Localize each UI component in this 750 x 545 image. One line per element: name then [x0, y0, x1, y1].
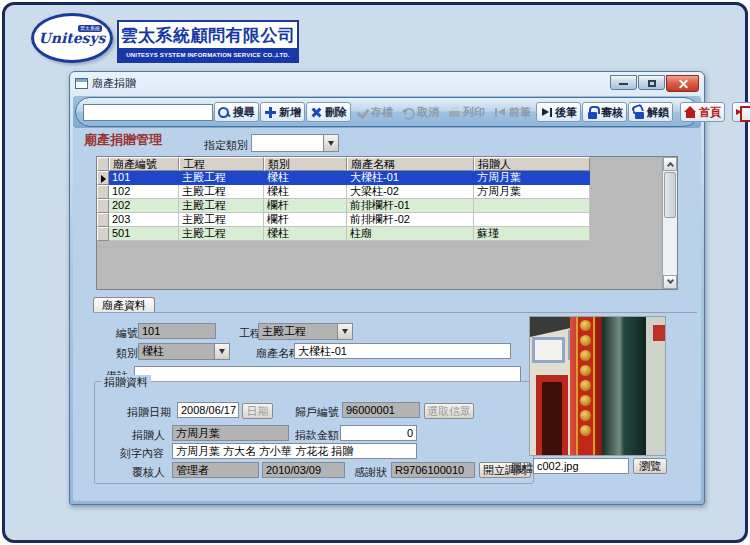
home-button[interactable]: 首頁 — [680, 102, 725, 122]
page-frame: Unitesys 雲太系統 雲太系統顧問有限公司 UNITESYS SYSTEM… — [2, 2, 748, 543]
donation-group-label: 捐贈資料 — [101, 375, 151, 390]
company-logo: Unitesys 雲太系統 — [31, 13, 113, 63]
table-row[interactable]: 102 主殿工程 樑柱 大梁柱-02 方周月葉 — [97, 185, 590, 199]
window-content: 廟產捐贈管理 指定類別 廟產編號 工程 類別 廟產名稱 捐贈人 — [73, 128, 701, 501]
category-combobox[interactable]: 樑柱 — [138, 343, 230, 360]
image-file-field[interactable]: c002.jpg — [533, 458, 629, 474]
chevron-down-icon[interactable] — [337, 324, 352, 339]
donation-table: 廟產編號 工程 類別 廟產名稱 捐贈人 101 主殿工程 樑柱 大樑柱-01 方… — [96, 156, 678, 290]
company-banner: 雲太系統顧問有限公司 UNITESYS SYSTEM INFORMATION S… — [117, 20, 299, 63]
property-photo — [529, 316, 666, 456]
screen: Unitesys 雲太系統 雲太系統顧問有限公司 UNITESYS SYSTEM… — [0, 0, 750, 545]
lock-icon — [586, 106, 599, 119]
account-label: 歸戶編號 — [295, 405, 339, 420]
reviewer-field: 管理者 — [172, 462, 259, 478]
col-header-name[interactable]: 廟產名稱 — [347, 157, 474, 171]
inscription-field[interactable]: 方周月葉 方大名 方小華 方花花 捐贈 — [172, 443, 417, 459]
maximize-button[interactable] — [638, 75, 665, 90]
search-icon — [218, 106, 231, 119]
undo-icon — [402, 106, 415, 119]
window-icon — [75, 78, 88, 89]
select-believer-button: 選取信眾 — [424, 403, 474, 419]
table-row[interactable]: 101 主殿工程 樑柱 大樑柱-01 方周月葉 — [97, 171, 590, 185]
photo-green-pillar — [602, 317, 646, 456]
chevron-up-icon — [667, 162, 674, 169]
toolbar: 搜尋 新增 刪除 存檔 取消 列印 — [75, 97, 699, 127]
reviewer-label: 覆核人 — [132, 465, 165, 480]
delete-button[interactable]: 刪除 — [306, 102, 351, 122]
previous-icon — [494, 106, 507, 119]
photo-window — [532, 337, 565, 363]
scroll-down-button[interactable] — [663, 275, 677, 289]
audit-button[interactable]: 審核 — [582, 102, 627, 122]
col-header-donor[interactable]: 捐贈人 — [474, 157, 590, 171]
scrollbar-thumb[interactable] — [664, 172, 676, 218]
next-record-button[interactable]: 後筆 — [536, 102, 581, 122]
minimize-icon — [619, 83, 628, 85]
print-button: 列印 — [444, 102, 489, 122]
amount-label: 捐款金額 — [295, 428, 339, 443]
search-input[interactable] — [83, 104, 213, 121]
chevron-down-icon[interactable] — [323, 135, 338, 151]
close-button[interactable] — [666, 75, 699, 92]
col-header-id[interactable]: 廟產編號 — [109, 157, 179, 171]
filter-combobox[interactable] — [251, 134, 339, 152]
certificate-label: 感謝狀 — [354, 465, 387, 480]
cancel-button: 取消 — [398, 102, 443, 122]
window-controls — [610, 75, 699, 92]
inscription-label: 刻字內容 — [120, 446, 164, 461]
x-icon — [310, 106, 323, 119]
col-header-project[interactable]: 工程 — [179, 157, 264, 171]
row-indicator-icon — [101, 175, 106, 183]
photo-wall — [646, 317, 666, 456]
company-name-en: UNITESYS SYSTEM INFORMATION SERVICE CO.,… — [119, 48, 297, 61]
page-title: 廟產捐贈管理 — [84, 131, 162, 149]
table-row[interactable]: 203 主殿工程 欄杆 前排欄杆-02 — [97, 213, 590, 227]
browse-button[interactable]: 瀏覽 — [633, 458, 667, 474]
table-row[interactable]: 501 主殿工程 樑柱 柱廟 蘇瑾 — [97, 227, 590, 241]
maximize-icon — [648, 80, 656, 87]
project-combobox[interactable]: 主殿工程 — [258, 323, 353, 340]
certificate-field: R9706100010 — [391, 462, 475, 478]
tab-property-detail[interactable]: 廟產資料 — [93, 297, 155, 313]
amount-field[interactable]: 0 — [340, 425, 417, 441]
photo-gold-banner — [576, 317, 595, 456]
note-field[interactable] — [134, 366, 521, 382]
donation-date-label: 捐贈日期 — [127, 405, 171, 420]
tab-strip-line — [93, 312, 697, 313]
chevron-down-icon — [667, 277, 674, 284]
scroll-up-button[interactable] — [663, 157, 677, 171]
window-title: 廟產捐贈 — [92, 76, 136, 91]
title-bar: 廟產捐贈 — [70, 72, 704, 95]
donation-group: 捐贈資料 捐贈日期 2008/06/17 日期 歸戶編號 96000001 選取… — [94, 381, 534, 484]
category-label: 類別 — [116, 346, 138, 361]
minimize-button[interactable] — [610, 75, 637, 90]
col-header-category[interactable]: 類別 — [264, 157, 347, 171]
vertical-scrollbar[interactable] — [662, 157, 677, 289]
table-row[interactable]: 202 主殿工程 欄杆 前排欄杆-01 — [97, 199, 590, 213]
donation-date-field[interactable]: 2008/06/17 — [177, 402, 239, 418]
toolbar-band: 搜尋 新增 刪除 存檔 取消 列印 — [73, 96, 701, 128]
check-icon — [356, 106, 369, 119]
company-name: 雲太系統顧問有限公司 — [119, 22, 297, 48]
name-field[interactable]: 大樑柱-01 — [294, 343, 511, 359]
printer-icon — [448, 106, 461, 119]
photo-red-door — [536, 375, 568, 456]
search-button[interactable]: 搜尋 — [214, 102, 259, 122]
account-field: 96000001 — [342, 402, 420, 418]
image-file-label: 圖檔 — [511, 461, 533, 476]
add-button[interactable]: 新增 — [260, 102, 305, 122]
review-date-field: 2010/03/09 — [262, 462, 345, 478]
donor-label: 捐贈人 — [132, 428, 165, 443]
logo-text: Unitesys — [39, 30, 106, 46]
save-button: 存檔 — [352, 102, 397, 122]
id-field: 101 — [138, 323, 216, 339]
id-label: 編號 — [116, 326, 138, 341]
exit-button[interactable]: 離開 — [732, 102, 750, 122]
plus-icon — [264, 106, 277, 119]
chevron-down-icon[interactable] — [214, 344, 229, 359]
filter-label: 指定類別 — [204, 138, 248, 153]
unlock-button[interactable]: 解鎖 — [628, 102, 673, 122]
date-picker-button: 日期 — [242, 403, 273, 419]
app-window: 廟產捐贈 搜尋 新增 — [69, 71, 705, 505]
